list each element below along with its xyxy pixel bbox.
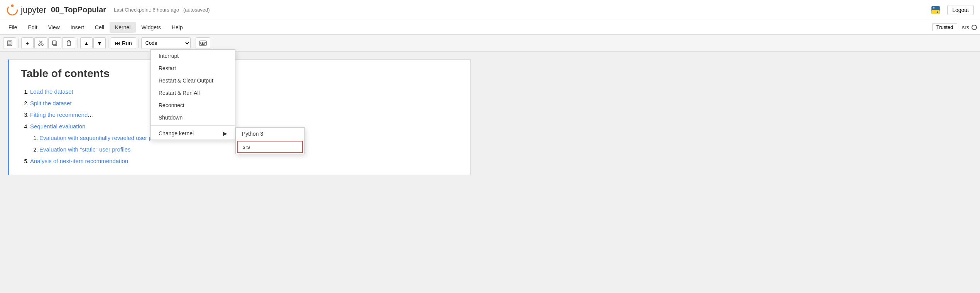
- menu-edit[interactable]: Edit: [23, 22, 43, 33]
- menu-cell[interactable]: Cell: [90, 22, 110, 33]
- svg-rect-23: [202, 43, 203, 44]
- kernel-shutdown[interactable]: Shutdown: [151, 111, 235, 124]
- kernel-restart-run-all[interactable]: Restart & Run All: [151, 87, 235, 99]
- save-button[interactable]: [3, 37, 16, 49]
- svg-rect-7: [8, 41, 11, 42]
- paste-button[interactable]: [62, 37, 75, 49]
- kernel-restart[interactable]: Restart: [151, 62, 235, 74]
- svg-rect-21: [205, 42, 206, 42]
- run-button[interactable]: ⏭ Run: [111, 37, 136, 49]
- trusted-badge[interactable]: Trusted: [932, 23, 958, 31]
- toc-list: Load the dataset Split the dataset Fitti…: [21, 86, 459, 167]
- svg-rect-20: [203, 42, 204, 42]
- cell-heading: Table of contents: [21, 67, 459, 80]
- list-item: Load the dataset: [30, 86, 459, 98]
- copy-button[interactable]: [48, 37, 61, 49]
- menu-file[interactable]: File: [3, 22, 23, 33]
- kernel-reconnect[interactable]: Reconnect: [151, 99, 235, 111]
- menu-kernel[interactable]: Kernel: [110, 22, 136, 33]
- svg-rect-22: [200, 43, 201, 44]
- kernel-change-kernel[interactable]: Change kernel ▶: [151, 127, 235, 140]
- svg-point-5: [937, 11, 938, 13]
- toc-link-1[interactable]: Load the dataset: [30, 88, 73, 95]
- kernel-python3[interactable]: Python 3: [236, 128, 304, 140]
- svg-point-1: [11, 4, 14, 7]
- toolbar-sep-2: [78, 39, 78, 48]
- svg-point-11: [39, 44, 40, 45]
- svg-rect-16: [68, 40, 70, 42]
- jupyter-logo: jupyter: [6, 4, 46, 16]
- svg-rect-25: [201, 44, 204, 45]
- toc-link-3[interactable]: Fitting the recommend: [30, 111, 88, 118]
- kernel-status-circle: [972, 25, 977, 30]
- menubar: File Edit View Insert Cell Kernel Widget…: [0, 20, 980, 35]
- toc-link-2[interactable]: Split the dataset: [30, 100, 72, 106]
- toolbar-sep-4: [139, 39, 139, 48]
- menu-widgets[interactable]: Widgets: [136, 22, 166, 33]
- kernel-dropdown: Interrupt Restart Restart & Clear Output…: [150, 49, 235, 140]
- save-icon: [7, 40, 13, 46]
- keyboard-icon: [199, 40, 207, 46]
- dropdown-separator: [151, 125, 235, 126]
- toolbar-sep-1: [19, 39, 19, 48]
- toolbar-sep-3: [108, 39, 108, 48]
- list-item: Analysis of next-item recommendation: [30, 155, 459, 167]
- change-kernel-submenu: Python 3 srs: [235, 127, 305, 154]
- svg-point-4: [933, 7, 935, 8]
- menu-help[interactable]: Help: [166, 22, 188, 33]
- jupyter-text: jupyter: [21, 5, 46, 15]
- toc-link-4-2[interactable]: Evaluation with "static" user profiles: [39, 146, 131, 153]
- list-item: Split the dataset: [30, 98, 459, 109]
- main-content: Table of contents Load the dataset Split…: [0, 52, 980, 293]
- list-item: Fitting the recommend…: [30, 109, 459, 121]
- menubar-right: Trusted srs: [932, 23, 977, 31]
- move-up-button[interactable]: ▲: [80, 37, 93, 49]
- svg-rect-3: [931, 10, 940, 14]
- topbar: jupyter 00_TopPopular Last Checkpoint: 6…: [0, 0, 980, 20]
- svg-point-12: [42, 44, 43, 45]
- move-down-button[interactable]: ▼: [93, 37, 106, 49]
- python-icon: [929, 3, 943, 17]
- checkpoint-info: Last Checkpoint: 6 hours ago (autosaved): [114, 7, 210, 13]
- svg-rect-8: [8, 44, 11, 45]
- svg-rect-19: [202, 42, 203, 42]
- cut-icon: [38, 40, 44, 46]
- keyboard-shortcuts-button[interactable]: [196, 37, 210, 49]
- cell-type-select[interactable]: Code Markdown Raw NBConvert Heading: [141, 37, 191, 49]
- paste-icon: [66, 40, 72, 46]
- menu-insert[interactable]: Insert: [65, 22, 90, 33]
- jupyter-icon: [6, 4, 19, 16]
- kernel-srs[interactable]: srs: [237, 141, 303, 153]
- svg-rect-24: [203, 43, 204, 44]
- menu-view[interactable]: View: [43, 22, 65, 33]
- add-cell-button[interactable]: +: [21, 37, 34, 49]
- toolbar-sep-5: [193, 39, 193, 48]
- kernel-restart-clear[interactable]: Restart & Clear Output: [151, 74, 235, 87]
- logout-button[interactable]: Logout: [947, 5, 974, 15]
- notebook-title: 00_TopPopular: [51, 5, 106, 14]
- kernel-interrupt[interactable]: Interrupt: [151, 50, 235, 62]
- svg-rect-18: [200, 42, 201, 42]
- toc-link-4[interactable]: Sequential evaluation: [30, 123, 85, 130]
- toc-link-4-1[interactable]: Evaluation with sequentially revaeled us…: [39, 135, 157, 141]
- kernel-name-label: srs: [962, 24, 969, 30]
- notebook-cell: Table of contents Load the dataset Split…: [8, 59, 471, 175]
- toc-link-5[interactable]: Analysis of next-item recommendation: [30, 158, 128, 164]
- copy-icon: [52, 40, 58, 46]
- kernel-indicator: srs: [962, 24, 977, 30]
- topbar-right: Logout: [929, 3, 974, 17]
- run-step-icon: ⏭: [115, 40, 120, 46]
- svg-rect-14: [52, 41, 56, 45]
- cut-button[interactable]: [34, 37, 47, 49]
- toolbar: + ▲ ▼ ⏭ Run Code Markdown Raw NBConvert …: [0, 35, 980, 52]
- submenu-arrow-icon: ▶: [223, 130, 227, 136]
